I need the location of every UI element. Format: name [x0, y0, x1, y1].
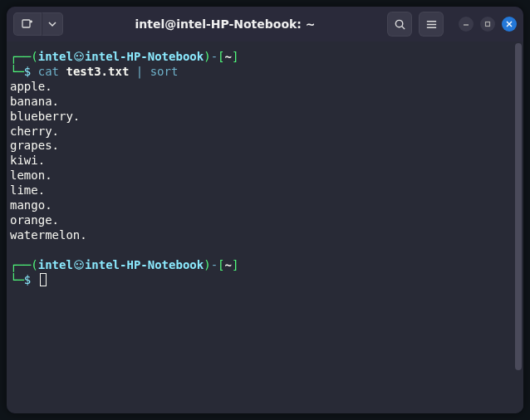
cmd-sort: sort [150, 65, 179, 78]
menu-button[interactable] [419, 12, 444, 37]
prompt-corner-top: ┌── [10, 258, 31, 271]
new-tab-dropdown[interactable] [42, 12, 63, 36]
cmd-file: test3.txt [66, 65, 129, 78]
output-line: cherry. [10, 125, 59, 138]
titlebar: intel@intel-HP-Notebook: ~ [7, 7, 523, 42]
maximize-button[interactable] [480, 17, 495, 32]
prompt-symbol: $ [24, 273, 31, 286]
prompt-dash: - [211, 258, 218, 271]
output-line: watermelon. [10, 228, 87, 242]
minimize-icon [462, 20, 470, 28]
titlebar-right [387, 12, 517, 37]
cursor [40, 273, 47, 286]
prompt-corner-top: ┌── [10, 50, 31, 63]
prompt-symbol: $ [24, 65, 31, 78]
window-title: intel@intel-HP-Notebook: ~ [68, 17, 382, 31]
output-line: blueberry. [10, 110, 80, 123]
prompt-cwd: ~ [225, 50, 232, 63]
terminal-area: ┌──(intelintel-HP-Notebook)-[~] └─$ cat … [7, 42, 523, 413]
prompt-corner-bottom: └─ [10, 65, 24, 78]
window-controls [459, 17, 517, 32]
svg-point-4 [76, 55, 78, 56]
svg-point-1 [395, 20, 402, 27]
terminal-content[interactable]: ┌──(intelintel-HP-Notebook)-[~] └─$ cat … [7, 42, 513, 413]
output-line: lime. [10, 183, 45, 197]
output-line: kiwi. [10, 154, 45, 167]
svg-point-7 [76, 263, 78, 265]
close-icon [505, 20, 513, 28]
svg-point-5 [80, 55, 81, 56]
terminal-window: intel@intel-HP-Notebook: ~ [7, 7, 523, 413]
titlebar-left [13, 12, 63, 36]
prompt-paren-close: ) [204, 258, 210, 271]
chevron-down-icon [48, 20, 56, 28]
scrollbar[interactable] [513, 42, 523, 413]
svg-rect-2 [486, 22, 490, 27]
prompt-corner-bottom: └─ [10, 273, 24, 286]
scrollbar-thumb[interactable] [515, 43, 522, 370]
skull-icon [73, 51, 85, 62]
cmd-pipe: | [136, 65, 143, 78]
cmd-cat: cat [38, 65, 59, 78]
prompt-host: intel-HP-Notebook [85, 50, 204, 63]
prompt-paren-open: ( [31, 258, 37, 271]
search-button[interactable] [387, 12, 412, 37]
prompt-bracket-open: [ [218, 50, 224, 63]
prompt-user: intel [38, 258, 73, 271]
output-line: orange. [10, 213, 59, 227]
new-tab-button[interactable] [13, 12, 42, 36]
prompt-paren-open: ( [31, 50, 37, 63]
maximize-icon [483, 20, 492, 28]
prompt-user: intel [38, 50, 73, 63]
prompt-paren-close: ) [204, 50, 210, 63]
prompt-host: intel-HP-Notebook [85, 258, 204, 271]
new-tab-icon [21, 17, 34, 31]
output-line: lemon. [10, 168, 52, 182]
search-icon [394, 18, 406, 31]
svg-rect-0 [22, 20, 30, 27]
output-line: banana. [10, 95, 59, 108]
svg-point-8 [80, 263, 81, 265]
output-line: apple. [10, 80, 52, 93]
minimize-button[interactable] [459, 17, 474, 32]
hamburger-icon [425, 18, 438, 31]
output-line: mango. [10, 198, 52, 212]
output-line: grapes. [10, 139, 59, 152]
prompt-bracket-close: ] [232, 258, 238, 271]
close-button[interactable] [502, 17, 517, 32]
prompt-cwd: ~ [225, 258, 232, 271]
prompt-dash: - [211, 50, 218, 63]
prompt-bracket-close: ] [232, 50, 238, 63]
prompt-bracket-open: [ [218, 258, 224, 271]
skull-icon [73, 259, 85, 271]
